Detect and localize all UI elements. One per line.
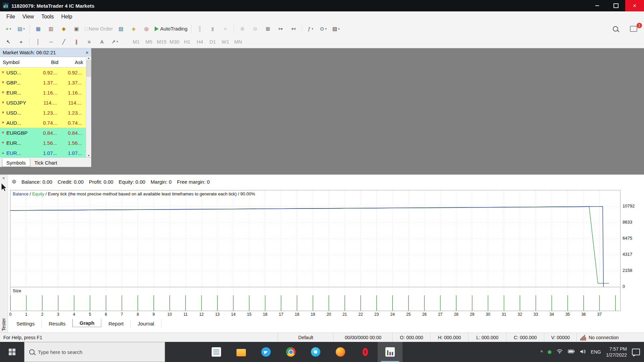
arrows-button[interactable]: ↗▾ [108, 37, 121, 47]
templates-button[interactable]: ▨▾ [330, 24, 342, 34]
tile-windows-button[interactable]: ⊞ [262, 24, 274, 34]
notifications-button[interactable]: 1 [627, 24, 640, 34]
zoom-out-button[interactable]: ⊖ [249, 24, 262, 34]
data-window-button[interactable]: ▥ [45, 24, 57, 34]
profiles-button[interactable]: ▤▾ [15, 24, 28, 34]
fibonacci-button[interactable]: ≡ [83, 37, 96, 47]
tab-journal[interactable]: Journal [130, 319, 161, 328]
navigator-button[interactable]: ◆ [57, 24, 70, 34]
column-header-bid[interactable]: Bid [35, 59, 58, 65]
close-button[interactable]: × [625, 0, 644, 11]
opera-taskbar-button[interactable] [353, 342, 378, 362]
auto-scroll-button[interactable]: ↦ [274, 24, 287, 34]
timeframe-h4[interactable]: H4 [194, 37, 206, 46]
tab-graph[interactable]: Graph [72, 319, 101, 327]
market-watch-row[interactable]: ▼EURGBP0.84...0.84... [0, 128, 91, 138]
start-button[interactable] [0, 342, 24, 362]
tray-chevron-icon[interactable]: ^ [540, 349, 543, 355]
timeframe-w1[interactable]: W1 [219, 37, 232, 46]
menu-file[interactable]: File [3, 12, 19, 21]
market-watch-scrollbar[interactable]: ▲ ▼ [86, 57, 91, 157]
market-watch-row[interactable]: ▼USDJPY114....114.... [0, 98, 91, 108]
scrollbar-thumb[interactable] [87, 60, 91, 76]
caret-down-icon: ▾ [338, 27, 340, 31]
maximize-button[interactable] [606, 0, 625, 11]
scroll-down-icon[interactable]: ▼ [88, 154, 90, 157]
firefox-taskbar-button[interactable] [328, 342, 353, 362]
mql5-community-button[interactable]: ◎ [140, 24, 153, 34]
timeframe-h1[interactable]: H1 [181, 37, 194, 46]
minimize-button[interactable] [588, 0, 606, 11]
line-tools: ↖+│─╱∥≡A↗▾ [2, 35, 121, 48]
tab-results[interactable]: Results [42, 319, 72, 328]
market-watch-button[interactable]: ▦ [32, 24, 45, 34]
tester-tabs: SettingsResultsGraphReportJournal [9, 319, 161, 329]
volume-icon[interactable] [580, 349, 586, 355]
tab-report[interactable]: Report [101, 319, 130, 328]
menu-tools[interactable]: Tools [38, 12, 57, 21]
telegram-taskbar-button[interactable] [254, 342, 278, 362]
market-watch-close-button[interactable]: × [86, 50, 89, 55]
document-app-taskbar-button[interactable] [204, 342, 229, 362]
equidistant-channel-button[interactable]: ∥ [70, 37, 83, 47]
new-order-button[interactable]: □New Order [83, 24, 115, 34]
text-button[interactable]: A [96, 37, 108, 47]
timeframe-m1[interactable]: M1 [130, 37, 143, 46]
tray-clock[interactable]: 7:57 PM 1/27/2022 [606, 346, 627, 358]
battery-icon[interactable] [568, 349, 575, 355]
timeframe-m30[interactable]: M30 [168, 37, 181, 46]
tester-close-button[interactable]: × [2, 176, 5, 181]
action-center-icon[interactable] [632, 349, 640, 355]
equity-graph-canvas [10, 190, 620, 287]
candlestick-chart-icon: ▮ [211, 26, 214, 31]
column-header-symbol[interactable]: Symbol [0, 59, 35, 65]
metaeditor-button[interactable]: ◈ [127, 24, 140, 34]
chart-shift-button[interactable]: ↤ [287, 24, 300, 34]
skype-taskbar-button[interactable] [303, 342, 328, 362]
market-watch-row[interactable]: ▼EUR...1.16...1.16... [0, 87, 91, 98]
autotrading-button[interactable]: AutoTrading [153, 24, 189, 34]
timeframe-mn[interactable]: MN [232, 37, 245, 46]
file-explorer-taskbar-button[interactable] [229, 342, 254, 362]
scroll-up-icon[interactable]: ▲ [88, 57, 90, 60]
vertical-line-button[interactable]: │ [32, 37, 45, 47]
line-chart-button[interactable]: ≈ [219, 24, 232, 34]
timeframe-d1[interactable]: D1 [206, 37, 219, 46]
candlestick-chart-button[interactable]: ▮ [206, 24, 219, 34]
menu-view[interactable]: View [19, 12, 38, 21]
cursor-button[interactable]: ↖ [2, 37, 15, 47]
market-watch-row[interactable]: ▼GBP...1.37...1.37... [0, 77, 91, 87]
y-axis-label: 6475 [623, 236, 632, 241]
tab-symbols[interactable]: Symbols [2, 159, 30, 167]
notification-icon [630, 26, 637, 32]
market-watch-row[interactable]: ▼EUR...1.56...1.56... [0, 138, 91, 148]
crosshair-button[interactable]: + [15, 37, 28, 47]
menu-help[interactable]: Help [58, 12, 76, 21]
market-watch-row[interactable]: ▼USD...0.92...0.92... [0, 67, 91, 77]
language-indicator[interactable]: ENG [591, 349, 601, 355]
wifi-icon[interactable] [556, 349, 563, 355]
column-header-ask[interactable]: Ask [58, 59, 85, 65]
market-watch-row[interactable]: ▼AUD...0.74...0.74... [0, 118, 91, 128]
taskbar-search-input[interactable]: Type here to search [24, 342, 165, 362]
chrome-taskbar-button[interactable] [278, 342, 303, 362]
timeframe-m15[interactable]: M15 [155, 37, 168, 46]
search-button[interactable] [609, 24, 622, 34]
metatrader-taskbar-button[interactable] [378, 342, 402, 362]
terminal-button[interactable]: ▣ [70, 24, 83, 34]
bar-chart-button[interactable]: ║ [194, 24, 206, 34]
zoom-in-button[interactable]: ⊕ [236, 24, 249, 34]
new-chart-button[interactable]: +▾ [2, 24, 15, 34]
market-watch-row[interactable]: ▲EUR...1.07...1.07... [0, 148, 91, 158]
tab-settings[interactable]: Settings [9, 319, 42, 328]
market-watch-row[interactable]: ▼USD...1.23...1.23... [0, 108, 91, 118]
periods-button[interactable]: ⊙▾ [317, 24, 330, 34]
strategy-tester-button[interactable]: ▧ [115, 24, 127, 34]
document-app-icon [212, 347, 221, 357]
indicators-button[interactable]: ƒ▾ [304, 24, 317, 34]
horizontal-line-button[interactable]: ─ [45, 37, 57, 47]
trendline-button[interactable]: ╱ [57, 37, 70, 47]
tab-tick-chart[interactable]: Tick Chart [30, 159, 62, 167]
timeframe-m5[interactable]: M5 [143, 37, 155, 46]
tray-app-icon[interactable] [548, 350, 551, 354]
